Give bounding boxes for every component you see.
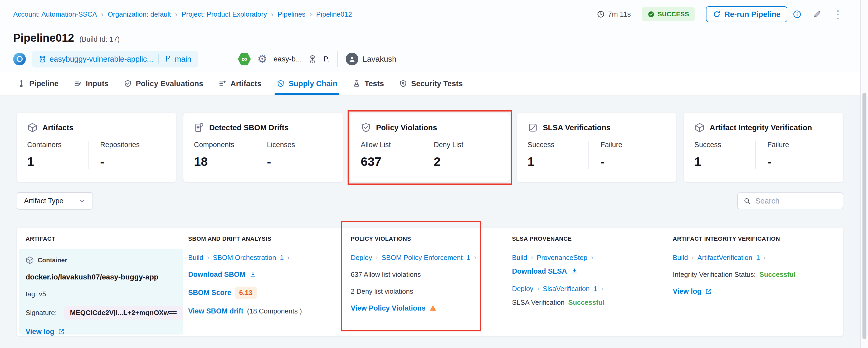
repository-link[interactable]: easybuggy-vulnerable-applic...: [38, 55, 153, 63]
edit-pipeline-button[interactable]: [813, 10, 822, 19]
cube-icon: [694, 122, 705, 133]
stage-link[interactable]: Build: [673, 254, 688, 262]
column-header-artifact: ARTIFACT: [17, 235, 187, 242]
infinity-glyph: ∞: [242, 55, 247, 63]
breadcrumb-account[interactable]: Account: Automation-SSCA: [13, 10, 97, 19]
column-header-policy-violations: POLICY VIOLATIONS: [341, 235, 504, 242]
external-link-icon: [705, 288, 712, 295]
tab-security-tests[interactable]: Security Tests: [399, 72, 463, 95]
metric-allow-list: Allow List 637: [361, 141, 422, 169]
codebase-pill: easybuggy-vulnerable-applic... main: [32, 51, 198, 67]
page-title: Pipeline012: [13, 32, 74, 44]
step-link[interactable]: ProvenanceStep: [537, 254, 587, 262]
tab-label: Security Tests: [411, 79, 463, 88]
sbom-score-link[interactable]: SBOM Score: [188, 289, 231, 297]
metric-slsa-success: Success 1: [528, 141, 588, 169]
check-circle-icon: [648, 11, 655, 18]
artifact-tag: tag: v5: [26, 290, 46, 298]
view-log-link[interactable]: View log: [673, 287, 702, 295]
status-badge: SUCCESS: [642, 7, 695, 21]
breadcrumb-separator: ›: [101, 10, 103, 19]
gear-icon: ⚙: [257, 54, 267, 65]
clock-icon: [597, 10, 605, 18]
breadcrumb: Account: Automation-SSCA › Organization:…: [13, 10, 352, 19]
crumb-separator: ›: [601, 285, 603, 292]
tab-tests[interactable]: Tests: [352, 72, 384, 95]
crumb-separator: ›: [537, 285, 539, 292]
duration-text: 7m 11s: [608, 10, 631, 19]
step-link[interactable]: SlsaVerification_1: [543, 285, 597, 293]
breadcrumb-separator: ›: [175, 10, 178, 19]
tab-supply-chain[interactable]: Supply Chain: [277, 72, 337, 95]
tab-label: Tests: [365, 79, 384, 88]
download-icon: [571, 268, 578, 275]
metric-integrity-success: Success 1: [694, 141, 755, 169]
repository-name: easybuggy-vulnerable-applic...: [50, 55, 153, 63]
view-policy-violations-link[interactable]: View Policy Violations: [351, 304, 426, 312]
build-id: (Build Id: 17): [79, 35, 120, 44]
slsa-verifications-summary-card: SLSA Verifications Success 1 Failure -: [517, 113, 676, 182]
stage-link[interactable]: Build: [188, 254, 204, 262]
breadcrumb-separator: ›: [271, 10, 274, 19]
info-icon: [793, 10, 802, 19]
tab-artifacts[interactable]: Artifacts: [218, 72, 261, 95]
breadcrumb-pipelines[interactable]: Pipelines: [278, 10, 306, 19]
chevron-down-icon: [79, 198, 86, 204]
warning-icon: [429, 304, 437, 312]
shield-check-icon: [124, 80, 132, 88]
summary-cards: Artifacts Containers 1 Repositories -: [17, 113, 843, 182]
list-plus-icon: [218, 80, 226, 88]
download-icon: [249, 271, 257, 278]
triggered-by-user: Lavakush: [346, 53, 396, 65]
download-sbom-link[interactable]: Download SBOM: [188, 270, 246, 279]
signature-value[interactable]: MEQCICde2Vjl...L+2+mqnOXw==: [64, 306, 183, 320]
step-link[interactable]: ArtifactVerification_1: [698, 254, 760, 262]
vertical-scrollbar-thumb[interactable]: [863, 93, 866, 339]
sbom-drift-components: (18 Components ): [247, 307, 302, 315]
user-name: Lavakush: [363, 55, 396, 63]
person-icon: [348, 55, 356, 63]
artifact-integrity-cell: Build › ArtifactVerification_1 › Integri…: [665, 249, 843, 335]
infrastructure-label: P.: [323, 55, 330, 63]
metric-containers: Containers 1: [27, 141, 88, 169]
step-link[interactable]: SBOM Policy Enforcement_1: [381, 254, 470, 262]
artifact-image-name: docker.io/lavakush07/easy-buggy-app: [26, 273, 158, 281]
artifact-cell: Container docker.io/lavakush07/easy-bugg…: [17, 249, 187, 335]
table-row: Container docker.io/lavakush07/easy-bugg…: [17, 249, 843, 335]
view-log-link[interactable]: View log: [26, 328, 54, 336]
info-button[interactable]: [793, 10, 802, 19]
execution-actions: 7m 11s SUCCESS Re-run Pipeline: [597, 6, 843, 22]
stage-link[interactable]: Deploy: [512, 285, 533, 293]
tab-pipeline[interactable]: Pipeline: [18, 72, 59, 95]
stage-link[interactable]: Build: [512, 254, 527, 262]
search-input[interactable]: [755, 197, 837, 205]
metric-integrity-failure: Failure -: [755, 141, 833, 169]
artifact-type-select[interactable]: Artifact Type: [17, 192, 93, 210]
artifact-type-label: Container: [38, 257, 67, 264]
sbom-score-badge: 6.13: [235, 287, 257, 299]
download-slsa-link[interactable]: Download SLSA: [512, 267, 567, 276]
breadcrumb-organization[interactable]: Organization: default: [108, 10, 171, 19]
pipeline-execution-icon: [13, 53, 26, 65]
breadcrumb-project[interactable]: Project: Product Exploratory: [182, 10, 267, 19]
rerun-pipeline-button[interactable]: Re-run Pipeline: [706, 6, 787, 22]
stage-link[interactable]: Deploy: [351, 254, 372, 262]
step-link[interactable]: SBOM Orchestration_1: [213, 254, 284, 262]
artifact-type-label: Artifact Type: [24, 197, 63, 205]
integrity-status-label: Integrity Verification Status:: [673, 270, 756, 279]
tab-policy-evaluations[interactable]: Policy Evaluations: [124, 72, 203, 95]
integrity-status: Successful: [760, 270, 796, 279]
card-title-text: Artifacts: [42, 123, 73, 132]
column-header-integrity: ARTIFACT INTEGRITY VERIFICATION: [665, 235, 843, 242]
slsa-verification-status: Successful: [568, 298, 604, 307]
crumb-separator: ›: [591, 254, 593, 261]
crumb-separator: ›: [692, 254, 694, 261]
branch-link[interactable]: main: [164, 55, 191, 63]
crumb-separator: ›: [287, 254, 289, 261]
more-options-button[interactable]: ⋮: [833, 9, 843, 20]
tab-inputs[interactable]: Inputs: [74, 72, 108, 95]
column-header-sbom: SBOM AND DRIFT ANALYSIS: [187, 235, 341, 242]
artifact-summary-box: Container docker.io/lavakush07/easy-bugg…: [19, 249, 183, 335]
external-link-icon: [58, 328, 65, 335]
view-sbom-drift-link[interactable]: View SBOM drift: [188, 307, 244, 315]
